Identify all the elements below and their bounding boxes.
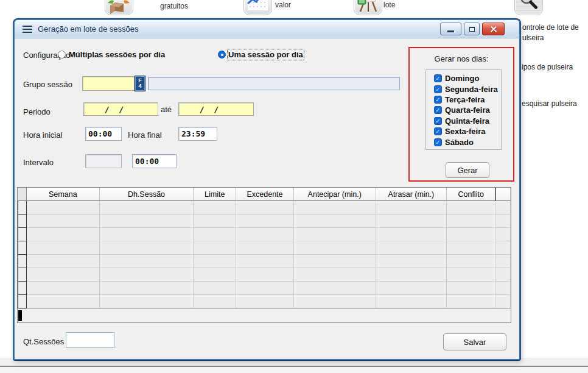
table-cell[interactable] <box>194 268 236 282</box>
table-cell[interactable] <box>376 295 447 308</box>
radio-multiplas-sessoes[interactable] <box>58 51 66 59</box>
day-checkbox-row[interactable]: ✓Sexta-feira <box>434 126 501 137</box>
table-cell[interactable] <box>27 228 100 241</box>
table-cell[interactable] <box>376 282 447 295</box>
grupo-sessao-input[interactable] <box>82 76 135 91</box>
table-cell[interactable] <box>294 215 376 228</box>
table-cell[interactable] <box>27 268 100 282</box>
system-menu-icon[interactable] <box>23 26 32 33</box>
table-cell[interactable] <box>194 228 236 241</box>
table-cell[interactable] <box>100 241 194 255</box>
table-row[interactable] <box>18 268 511 282</box>
radio-uma-label[interactable]: Uma sessão por dia <box>228 50 303 59</box>
radio-multiplas-label[interactable]: Múltiplas sessões por dia <box>69 50 165 59</box>
table-cell[interactable] <box>100 268 194 282</box>
grid-column-header[interactable]: Antecipar (min.) <box>294 188 376 201</box>
grid-column-header[interactable]: Conflito <box>447 188 495 201</box>
table-cell[interactable] <box>376 241 447 255</box>
table-cell[interactable] <box>495 282 511 295</box>
table-cell[interactable] <box>100 295 194 308</box>
table-cell[interactable] <box>100 282 194 295</box>
row-selector-cell[interactable] <box>18 255 27 268</box>
table-cell[interactable] <box>27 255 100 268</box>
table-cell[interactable] <box>194 255 236 268</box>
table-cell[interactable] <box>294 255 376 268</box>
grupo-sessao-descricao[interactable] <box>148 77 400 90</box>
table-cell[interactable] <box>194 282 236 295</box>
checkbox-checked-icon[interactable]: ✓ <box>434 138 442 146</box>
day-checkbox-row[interactable]: ✓Quarta-feira <box>434 105 501 115</box>
table-row[interactable] <box>18 241 511 255</box>
hora-final-input[interactable]: 23:59 <box>178 127 217 141</box>
radio-uma-sessao[interactable] <box>218 51 226 59</box>
periodo-inicio-input[interactable]: / / <box>83 102 158 116</box>
table-cell[interactable] <box>376 228 447 241</box>
row-selector-cell[interactable] <box>18 241 27 255</box>
table-cell[interactable] <box>236 295 294 308</box>
table-cell[interactable] <box>27 241 100 255</box>
table-cell[interactable] <box>27 282 100 295</box>
table-cell[interactable] <box>294 268 376 282</box>
row-selector-cell[interactable] <box>18 215 27 228</box>
table-row[interactable] <box>18 201 511 215</box>
table-cell[interactable] <box>495 241 511 255</box>
table-cell[interactable] <box>236 215 294 228</box>
batch-toolbar-button[interactable] <box>354 0 382 15</box>
hora-inicial-input[interactable]: 00:00 <box>85 127 122 141</box>
checkbox-checked-icon[interactable]: ✓ <box>434 85 442 93</box>
day-checkbox-row[interactable]: ✓Quinta-feira <box>434 116 501 126</box>
table-cell[interactable] <box>100 201 194 215</box>
search-toolbar-button[interactable] <box>514 0 543 15</box>
minimize-button[interactable] <box>440 23 461 35</box>
dialog-titlebar[interactable]: Geração em lote de sessões <box>15 20 519 38</box>
sessions-grid[interactable]: SemanaDh.SessãoLimiteExcedenteAntecipar … <box>17 187 511 323</box>
row-selector-cell[interactable] <box>18 295 27 308</box>
table-cell[interactable] <box>236 255 294 268</box>
day-checkbox-row[interactable]: ✓Sábado <box>434 137 501 147</box>
periodo-fim-input[interactable]: / / <box>178 102 254 116</box>
close-button[interactable] <box>482 23 505 35</box>
f4-lookup-button[interactable]: F4 <box>135 76 145 91</box>
toolbar-label-gratuitos[interactable]: gratuitos <box>160 2 188 10</box>
table-cell[interactable] <box>376 201 447 215</box>
table-cell[interactable] <box>495 228 511 241</box>
table-cell[interactable] <box>236 268 294 282</box>
table-cell[interactable] <box>447 215 495 228</box>
grid-column-header[interactable]: Limite <box>194 188 236 201</box>
table-cell[interactable] <box>294 241 376 255</box>
checkbox-checked-icon[interactable]: ✓ <box>434 74 442 82</box>
table-row[interactable] <box>18 215 511 228</box>
table-cell[interactable] <box>447 295 495 308</box>
table-cell[interactable] <box>27 215 100 228</box>
table-cell[interactable] <box>100 215 194 228</box>
table-cell[interactable] <box>447 282 495 295</box>
table-cell[interactable] <box>495 268 511 282</box>
row-selector-cell[interactable] <box>18 201 27 215</box>
table-row[interactable] <box>18 255 511 268</box>
table-cell[interactable] <box>294 295 376 308</box>
table-cell[interactable] <box>495 215 511 228</box>
free-sessions-toolbar-button[interactable] <box>105 0 133 15</box>
table-cell[interactable] <box>194 241 236 255</box>
table-cell[interactable] <box>294 228 376 241</box>
table-cell[interactable] <box>447 201 495 215</box>
grid-column-header[interactable]: Atrasar (min.) <box>376 188 447 201</box>
table-row[interactable] <box>18 282 511 295</box>
table-cell[interactable] <box>236 228 294 241</box>
table-cell[interactable] <box>495 295 511 308</box>
checkbox-checked-icon[interactable]: ✓ <box>434 96 442 104</box>
table-cell[interactable] <box>27 295 100 308</box>
table-cell[interactable] <box>27 201 100 215</box>
table-cell[interactable] <box>236 282 294 295</box>
table-cell[interactable] <box>495 201 511 215</box>
checkbox-checked-icon[interactable]: ✓ <box>434 106 442 114</box>
intervalo-tempo-input[interactable]: 00:00 <box>132 154 177 168</box>
grid-extra-header[interactable] <box>495 188 511 201</box>
table-cell[interactable] <box>447 255 495 268</box>
row-selector-cell[interactable] <box>18 228 27 241</box>
row-selector-cell[interactable] <box>18 268 27 282</box>
table-cell[interactable] <box>194 215 236 228</box>
restore-button[interactable] <box>464 23 480 35</box>
table-cell[interactable] <box>447 241 495 255</box>
salvar-button[interactable]: Salvar <box>443 333 506 350</box>
